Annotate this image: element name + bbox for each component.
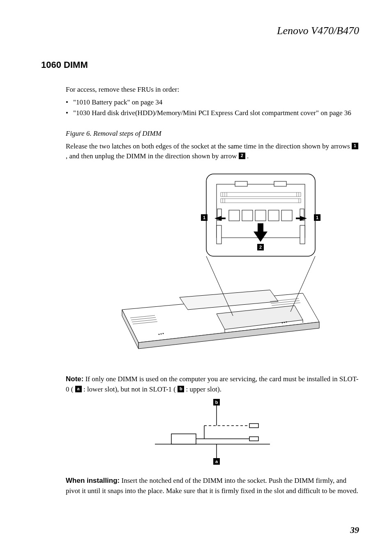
- svg-rect-58: [171, 434, 196, 444]
- note-label: Note:: [66, 375, 83, 383]
- svg-rect-24: [235, 181, 247, 186]
- svg-point-19: [286, 322, 287, 322]
- list-item: "1030 Hard disk drive(HDD)/Memory/Mini P…: [66, 108, 359, 118]
- fru-list: "1010 Battery pack" on page 34 "1030 Har…: [66, 97, 359, 118]
- figure-caption: Figure 6. Removal steps of DIMM: [66, 129, 359, 139]
- svg-point-16: [163, 333, 164, 334]
- figure-description: Release the two latches on both edges of…: [66, 141, 359, 162]
- svg-rect-43: [217, 225, 221, 244]
- marker-1-icon: 1: [352, 143, 358, 149]
- page-number: 39: [350, 525, 359, 535]
- svg-rect-60: [249, 437, 258, 441]
- note-paragraph: Note: If only one DIMM is used on the co…: [66, 374, 359, 394]
- svg-text:1: 1: [203, 215, 205, 220]
- slot-diagram: b a: [66, 399, 359, 468]
- desc-text: .: [247, 152, 249, 160]
- svg-text:1: 1: [316, 215, 318, 220]
- svg-rect-42: [281, 210, 292, 221]
- svg-rect-25: [274, 181, 286, 186]
- desc-text: Release the two latches on both edges of…: [66, 142, 352, 150]
- svg-rect-44: [300, 225, 305, 244]
- note-text: : upper slot).: [186, 385, 221, 393]
- install-paragraph: When installing: Insert the notched end …: [66, 476, 359, 496]
- svg-point-15: [161, 334, 161, 334]
- svg-rect-41: [268, 210, 279, 221]
- marker-b-icon: b: [178, 386, 184, 392]
- desc-text: , and then unplug the DIMM in the direct…: [66, 152, 239, 160]
- svg-rect-63: [249, 424, 258, 428]
- marker-a-icon: a: [75, 386, 82, 392]
- install-label: When installing:: [66, 477, 120, 484]
- note-text: : lower slot), but not in SLOT-1 (: [83, 385, 178, 393]
- svg-text:2: 2: [259, 245, 262, 250]
- svg-rect-40: [255, 210, 266, 221]
- page-header: Lenovo V470/B470: [41, 25, 359, 37]
- svg-rect-38: [229, 210, 240, 221]
- svg-point-14: [159, 334, 159, 335]
- section-heading: 1060 DIMM: [41, 60, 359, 70]
- svg-point-17: [282, 322, 283, 323]
- list-item: "1010 Battery pack" on page 34: [66, 97, 359, 108]
- marker-2-icon: 2: [239, 153, 245, 159]
- svg-rect-27: [221, 199, 301, 203]
- svg-text:a: a: [215, 459, 218, 464]
- svg-rect-26: [221, 192, 301, 197]
- svg-point-18: [284, 322, 285, 323]
- svg-rect-39: [242, 210, 253, 221]
- dimm-removal-diagram: 1 1 2: [66, 170, 359, 362]
- intro-text: For access, remove these FRUs in order:: [66, 85, 359, 95]
- svg-text:b: b: [215, 400, 218, 405]
